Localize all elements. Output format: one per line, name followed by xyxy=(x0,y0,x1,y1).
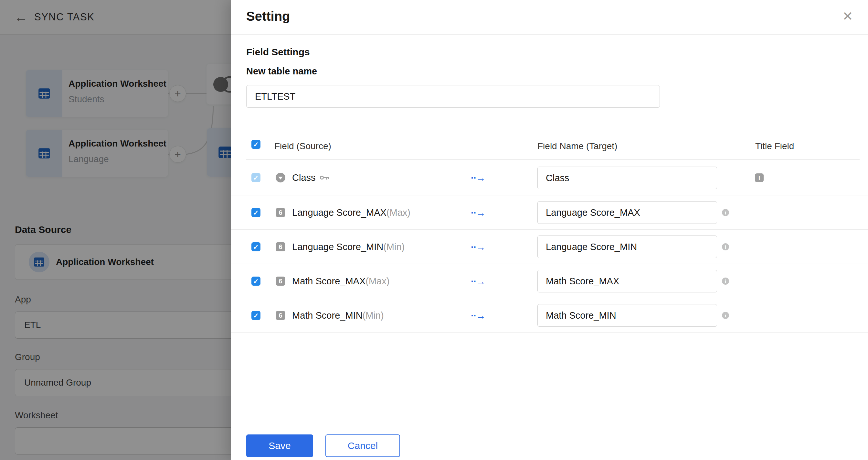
field-row-math-min: ✓ 6 Math Score_MIN(Min) ··→ i xyxy=(231,298,868,333)
row-checkbox-disabled: ✓ xyxy=(251,173,260,182)
close-icon[interactable]: ✕ xyxy=(842,9,853,23)
field-name-text: Math Score_MIN xyxy=(292,310,363,321)
field-name-source: Class xyxy=(292,172,330,183)
new-table-name-label: New table name xyxy=(246,66,317,77)
field-name-suffix: (Min) xyxy=(383,242,405,252)
caret-down-glyph xyxy=(278,177,283,179)
check-icon: ✓ xyxy=(253,209,259,216)
column-header-source: Field (Source) xyxy=(274,141,331,151)
row-checkbox[interactable]: ✓ xyxy=(251,208,260,217)
field-name-suffix: (Min) xyxy=(363,310,384,321)
collapse-caret-icon[interactable] xyxy=(276,173,285,182)
field-row-math-max: ✓ 6 Math Score_MAX(Max) ··→ i xyxy=(231,264,868,298)
field-name-source: Math Score_MAX(Max) xyxy=(292,276,390,287)
field-name-text: Math Score_MAX xyxy=(292,276,366,287)
info-icon[interactable]: i xyxy=(722,243,729,250)
cancel-button[interactable]: Cancel xyxy=(326,434,400,457)
field-settings-heading: Field Settings xyxy=(246,47,310,58)
mapping-arrow-icon: ··→ xyxy=(471,276,485,287)
key-icon xyxy=(319,174,330,181)
check-icon: ✓ xyxy=(253,278,259,285)
new-table-name-input[interactable] xyxy=(246,85,660,108)
mapping-arrow-icon: ··→ xyxy=(471,310,485,321)
field-row-language-max: ✓ 6 Language Score_MAX(Max) ··→ i xyxy=(231,195,868,230)
drawer-header: Setting ✕ xyxy=(231,0,868,35)
mapping-arrow-icon: ··→ xyxy=(471,207,485,218)
field-name-source: Math Score_MIN(Min) xyxy=(292,310,384,321)
setting-drawer: Setting ✕ Field Settings New table name … xyxy=(231,0,868,460)
column-header-target: Field Name (Target) xyxy=(537,141,617,151)
title-field-badge[interactable]: T xyxy=(755,173,764,182)
row-checkbox[interactable]: ✓ xyxy=(251,242,260,251)
number-field-type-icon: 6 xyxy=(276,208,285,217)
mapping-arrow-icon: ··→ xyxy=(471,242,485,253)
field-name-source: Language Score_MIN(Min) xyxy=(292,242,405,252)
field-name-source: Language Score_MAX(Max) xyxy=(292,207,410,218)
target-field-input-language-max[interactable] xyxy=(537,201,717,224)
field-name-text: Language Score_MIN xyxy=(292,242,383,252)
check-icon: ✓ xyxy=(253,141,259,148)
row-checkbox[interactable]: ✓ xyxy=(251,311,260,320)
field-row-language-min: ✓ 6 Language Score_MIN(Min) ··→ i xyxy=(231,230,868,264)
target-field-input-math-min[interactable] xyxy=(537,304,717,327)
info-icon[interactable]: i xyxy=(722,209,729,216)
column-header-title-field: Title Field xyxy=(755,141,794,151)
number-field-type-icon: 6 xyxy=(276,242,285,251)
check-icon: ✓ xyxy=(253,174,259,181)
target-field-input-class[interactable] xyxy=(537,167,717,189)
field-name-suffix: (Max) xyxy=(366,276,390,287)
check-icon: ✓ xyxy=(253,243,259,250)
field-name-text: Class xyxy=(292,172,316,183)
target-field-input-math-max[interactable] xyxy=(537,270,717,292)
field-name-text: Language Score_MAX xyxy=(292,207,386,218)
field-row-class: ✓ Class ··→ T xyxy=(231,160,868,195)
info-icon[interactable]: i xyxy=(722,278,729,285)
drawer-title: Setting xyxy=(246,9,290,24)
select-all-checkbox[interactable]: ✓ xyxy=(251,140,260,149)
target-field-input-language-min[interactable] xyxy=(537,235,717,258)
number-field-type-icon: 6 xyxy=(276,277,285,286)
check-icon: ✓ xyxy=(253,312,259,319)
row-checkbox[interactable]: ✓ xyxy=(251,277,260,286)
app-root: ← SYNC TASK Application Worksheet Studen… xyxy=(0,0,868,460)
field-table-header: ✓ Field (Source) Field Name (Target) Tit… xyxy=(231,136,868,160)
field-name-suffix: (Max) xyxy=(386,207,410,218)
info-icon[interactable]: i xyxy=(722,312,729,319)
number-field-type-icon: 6 xyxy=(276,311,285,320)
mapping-arrow-icon: ··→ xyxy=(471,172,485,183)
save-button[interactable]: Save xyxy=(246,434,313,457)
